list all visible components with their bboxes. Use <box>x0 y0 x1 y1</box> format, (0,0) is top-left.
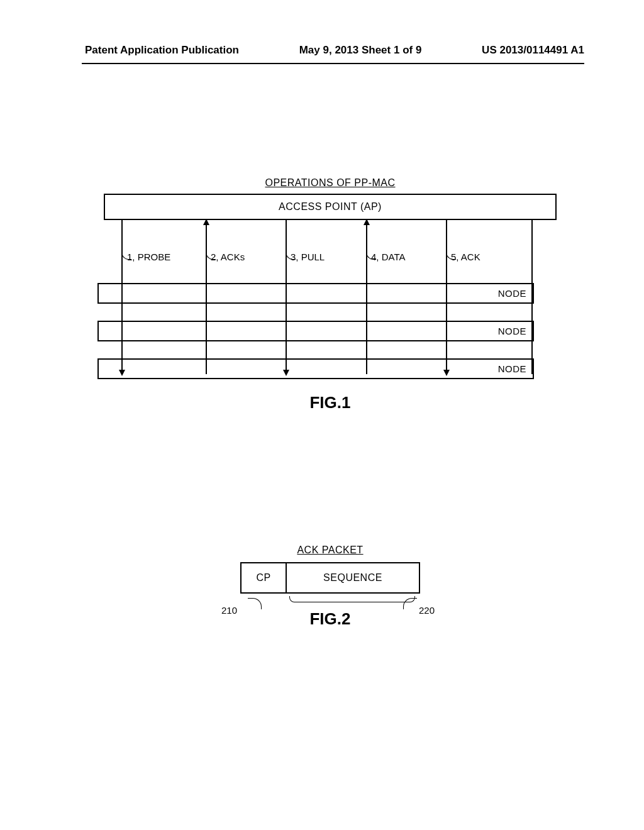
access-point-box: ACCESS POINT (AP) <box>104 194 557 220</box>
figure-2: ACK PACKET CP SEQUENCE 210 220 FIG.2 <box>104 545 557 629</box>
col-label-probe: 1, PROBE <box>127 252 170 262</box>
node-box-2: NODE <box>97 321 534 341</box>
fig2-caption: FIG.2 <box>240 609 420 629</box>
ref-curve-210 <box>248 598 262 609</box>
ref-label-220: 220 <box>419 605 435 616</box>
header-right: US 2013/0114491 A1 <box>482 44 584 57</box>
col-label-data: 4, DATA <box>371 252 405 262</box>
fig1-diagram-body: 1, PROBE 2, ACKs 3, PULL 4, DATA 5, ACK … <box>104 220 557 384</box>
col-label-pull: 3, PULL <box>291 252 325 262</box>
ref-label-210: 210 <box>221 605 237 616</box>
header-center: May 9, 2013 Sheet 1 of 9 <box>299 44 422 57</box>
content-area: OPERATIONS OF PP-MAC ACCESS POINT (AP) 1… <box>0 64 644 629</box>
fig2-inner: ACK PACKET CP SEQUENCE 210 220 FIG.2 <box>240 545 420 629</box>
ack-packet-table: CP SEQUENCE <box>240 562 420 594</box>
fig2-title: ACK PACKET <box>240 545 420 556</box>
figure-1: OPERATIONS OF PP-MAC ACCESS POINT (AP) 1… <box>104 177 557 412</box>
node-box-3: NODE <box>97 358 534 379</box>
fig1-title: OPERATIONS OF PP-MAC <box>104 177 557 189</box>
header-left: Patent Application Publication <box>85 44 239 57</box>
node-box-1: NODE <box>97 283 534 304</box>
ack-sequence-cell: SEQUENCE <box>287 563 419 592</box>
col-label-acks: 2, ACKs <box>211 252 245 262</box>
arrow-up-data <box>364 219 370 225</box>
page-header: Patent Application Publication May 9, 20… <box>0 0 644 63</box>
col-label-ack: 5, ACK <box>451 252 480 262</box>
arrow-up-acks <box>203 219 209 225</box>
fig1-caption: FIG.1 <box>104 393 557 412</box>
ack-cp-cell: CP <box>242 563 287 592</box>
sequence-brace <box>289 596 415 602</box>
